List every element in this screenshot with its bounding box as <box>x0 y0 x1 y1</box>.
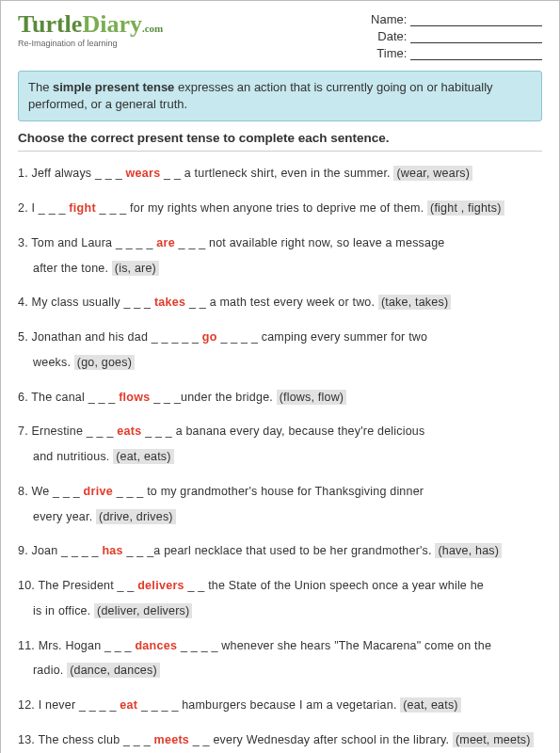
q-text-b2: every year. <box>33 510 96 523</box>
date-label: Date: <box>377 29 407 43</box>
q-num: 5. <box>18 330 28 344</box>
q-num: 3. <box>18 236 28 249</box>
q-text-b: _ _ _ for my rights when anyone tries to… <box>96 201 427 215</box>
question-4: 4. My class usually _ _ _ takes _ _ a ma… <box>18 294 542 312</box>
date-line[interactable] <box>410 31 542 43</box>
question-13: 13. The chess club _ _ _ meets _ _ every… <box>18 731 542 749</box>
options: (fight , fights) <box>427 200 504 216</box>
q-text-a: Joan _ _ _ _ <box>32 544 103 557</box>
q-text-a: Mrs. Hogan _ _ _ <box>39 639 136 652</box>
q-text-b: _ _ a turtleneck shirt, even in the summ… <box>160 167 393 180</box>
info-pre: The <box>28 80 53 94</box>
logo-text: TurtleDiary.com <box>18 12 163 37</box>
answer: eat <box>120 698 137 712</box>
q-text-b: _ _ _ _ camping every summer for two <box>217 330 427 344</box>
q-num: 2. <box>18 201 28 215</box>
q-text-a: Jeff always _ _ _ <box>32 167 126 180</box>
time-label: Time: <box>376 46 407 60</box>
q-text-a: I never _ _ _ _ <box>39 698 120 712</box>
worksheet-page: TurtleDiary.com Re-Imagination of learni… <box>0 0 560 753</box>
q-text-a: We _ _ _ <box>32 485 84 498</box>
answer: drive <box>84 485 113 498</box>
answer: flows <box>119 391 150 404</box>
options: (go, goes) <box>74 355 135 370</box>
answer: wears <box>125 167 160 180</box>
q-num: 9. <box>18 544 28 557</box>
question-8-cont: every year. (drive, drives) <box>18 508 542 526</box>
q-text-b: _ _ a math test every week or two. <box>185 296 378 309</box>
question-2: 2. I _ _ _ fight _ _ _ for my rights whe… <box>18 200 542 217</box>
date-field: Date: <box>371 29 542 43</box>
answer: dances <box>135 639 177 652</box>
options: (drive, drives) <box>96 509 176 524</box>
options: (wear, wears) <box>393 166 472 181</box>
student-fields: Name: Date: Time: <box>371 12 542 63</box>
question-5-cont: weeks. (go, goes) <box>18 354 542 372</box>
options: (deliver, delivers) <box>94 603 192 618</box>
q-num: 12. <box>18 698 35 712</box>
q-text-b2: after the tone. <box>33 262 112 275</box>
q-num: 10. <box>18 579 35 592</box>
q-text-b: _ _ the State of the Union speech once a… <box>184 579 484 592</box>
name-line[interactable] <box>410 14 542 26</box>
question-6: 6. The canal _ _ _ flows _ _ _under the … <box>18 389 542 407</box>
info-box: The simple present tense expresses an ac… <box>18 71 542 121</box>
q-text-b: _ _ _ _ hamburgers because I am a vegeta… <box>137 698 400 712</box>
q-num: 8. <box>18 485 28 498</box>
question-10: 10. The President _ _ delivers _ _ the S… <box>18 577 542 595</box>
q-text-a: My class usually _ _ _ <box>32 296 154 309</box>
q-text-b: _ _ _ not available right now, so leave … <box>175 236 445 249</box>
options: (is, are) <box>112 261 159 276</box>
question-8: 8. We _ _ _ drive _ _ _ to my grandmothe… <box>18 483 542 501</box>
q-text-b: _ _ every Wednesday after school in the … <box>189 733 453 746</box>
q-text-b2: and nutritious. <box>33 450 113 463</box>
question-7: 7. Ernestine _ _ _ eats _ _ _ a banana e… <box>18 423 542 441</box>
q-text-a: I _ _ _ <box>32 201 70 215</box>
q-text-a: The chess club _ _ _ <box>38 733 153 746</box>
logo-a: Turtle <box>18 10 82 38</box>
time-line[interactable] <box>410 48 542 60</box>
logo-com: .com <box>142 23 163 34</box>
q-text-b: _ _ _ _ whenever she hears "The Macarena… <box>177 639 491 652</box>
q-text-b2: is in office. <box>33 604 94 617</box>
q-text-b: _ _ _under the bridge. <box>151 391 277 404</box>
q-num: 7. <box>18 425 28 438</box>
q-text-b2: radio. <box>33 664 67 677</box>
q-text-a: Tom and Laura _ _ _ _ <box>31 236 156 249</box>
name-label: Name: <box>371 12 407 26</box>
name-field: Name: <box>371 12 542 26</box>
options: (take, takes) <box>378 295 451 310</box>
question-7-cont: and nutritious. (eat, eats) <box>18 448 542 466</box>
answer: fight <box>69 201 96 215</box>
q-text-a: Jonathan and his dad _ _ _ _ _ <box>32 330 202 344</box>
answer: are <box>156 236 175 249</box>
instructions: Choose the correct present tense to comp… <box>18 131 542 152</box>
question-3: 3. Tom and Laura _ _ _ _ are _ _ _ not a… <box>18 234 542 252</box>
q-text-b2: weeks. <box>33 356 74 369</box>
answer: has <box>102 544 122 557</box>
question-12: 12. I never _ _ _ _ eat _ _ _ _ hamburge… <box>18 697 542 714</box>
question-11-cont: radio. (dance, dances) <box>18 662 542 680</box>
q-num: 1. <box>18 167 28 180</box>
q-text-a: The canal _ _ _ <box>31 391 119 404</box>
header: TurtleDiary.com Re-Imagination of learni… <box>18 12 542 63</box>
options: (have, has) <box>435 543 502 558</box>
question-11: 11. Mrs. Hogan _ _ _ dances _ _ _ _ when… <box>18 637 542 655</box>
time-field: Time: <box>371 46 542 60</box>
options: (meet, meets) <box>453 732 534 747</box>
question-9: 9. Joan _ _ _ _ has _ _ _a pearl necklac… <box>18 542 542 560</box>
options: (eat, eats) <box>113 449 173 464</box>
q-text-a: The President _ _ <box>38 579 137 592</box>
answer: go <box>202 330 217 344</box>
q-num: 6. <box>18 391 28 404</box>
q-text-b: _ _ _ a banana every day, because they'r… <box>142 425 425 438</box>
q-text-b: _ _ _a pearl necklace that used to be he… <box>123 544 436 557</box>
answer: takes <box>154 296 185 309</box>
question-1: 1. Jeff always _ _ _ wears _ _ a turtlen… <box>18 165 542 183</box>
question-3-cont: after the tone. (is, are) <box>18 260 542 278</box>
logo: TurtleDiary.com Re-Imagination of learni… <box>18 12 163 48</box>
q-num: 11. <box>18 639 35 652</box>
q-text-b: _ _ _ to my grandmother's house for Than… <box>113 485 424 498</box>
answer: meets <box>153 733 189 746</box>
question-5: 5. Jonathan and his dad _ _ _ _ _ go _ _… <box>18 328 542 346</box>
